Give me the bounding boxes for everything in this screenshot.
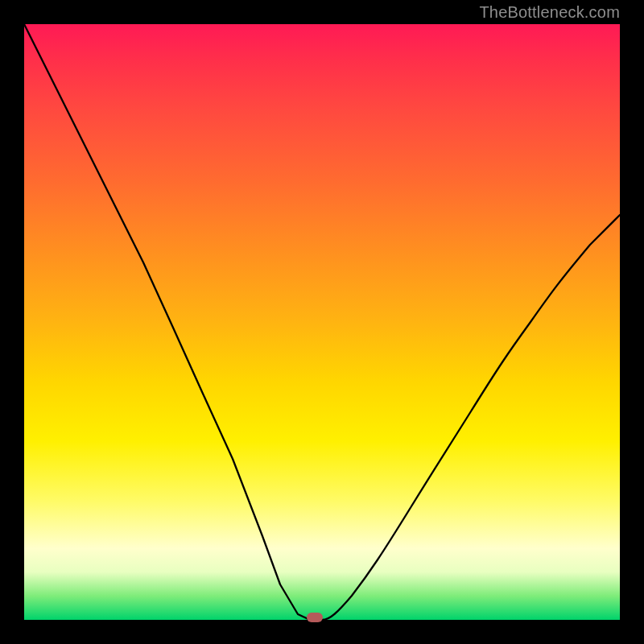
bottleneck-curve xyxy=(24,24,620,620)
curve-svg xyxy=(24,24,620,620)
chart-frame: TheBottleneck.com xyxy=(0,0,644,644)
plot-area xyxy=(24,24,620,620)
watermark-text: TheBottleneck.com xyxy=(479,3,620,22)
min-marker xyxy=(307,613,323,622)
